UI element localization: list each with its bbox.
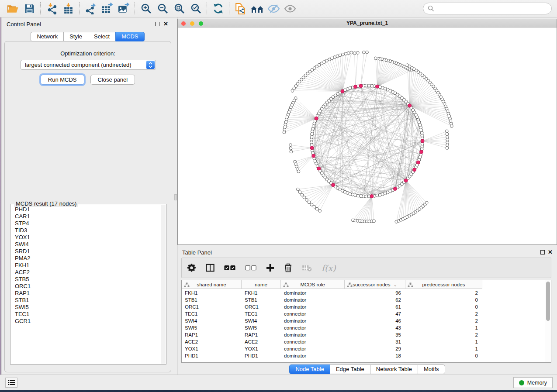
cell-MCDS-role[interactable]: dominator bbox=[281, 352, 345, 359]
table-row[interactable]: FKH1FKH1dominator962 bbox=[182, 289, 544, 296]
tab-edge-table[interactable]: Edge Table bbox=[330, 364, 370, 374]
network-canvas[interactable] bbox=[178, 28, 557, 244]
tab-select[interactable]: Select bbox=[88, 32, 115, 41]
cell-successor-nodes[interactable]: 18 bbox=[345, 352, 405, 359]
search-input[interactable] bbox=[437, 5, 547, 12]
ui-panels-menu-button[interactable] bbox=[5, 378, 17, 388]
zoom-selected-icon[interactable] bbox=[187, 2, 204, 16]
cell-MCDS-role[interactable]: dominator bbox=[281, 303, 345, 310]
cell-shared-name[interactable]: YOX1 bbox=[182, 345, 242, 352]
cell-shared-name[interactable]: ACE2 bbox=[182, 338, 242, 345]
panel-splitter[interactable] bbox=[174, 17, 177, 375]
mcds-result-item[interactable]: TEC1 bbox=[12, 311, 160, 318]
cell-name[interactable]: PHD1 bbox=[242, 352, 281, 359]
mcds-result-item[interactable]: CAR1 bbox=[12, 213, 160, 220]
cell-predecessor-nodes[interactable]: 2 bbox=[405, 310, 482, 317]
manage-columns-icon[interactable] bbox=[206, 264, 214, 272]
first-neighbors-icon[interactable] bbox=[249, 2, 265, 16]
tab-node-table[interactable]: Node Table bbox=[289, 364, 330, 374]
table-row[interactable]: STB1STB1dominator620 bbox=[182, 296, 544, 303]
duplicate-network-icon[interactable] bbox=[232, 2, 249, 16]
cell-name[interactable]: SWI4 bbox=[242, 317, 281, 324]
cell-predecessor-nodes[interactable]: 0 bbox=[405, 352, 482, 359]
delete-table-icon[interactable] bbox=[302, 265, 312, 272]
tab-style[interactable]: Style bbox=[63, 32, 88, 41]
mcds-result-item[interactable]: PMA2 bbox=[12, 255, 160, 262]
hide-selected-icon[interactable] bbox=[265, 2, 282, 16]
cell-shared-name[interactable]: ORC1 bbox=[182, 303, 242, 310]
cell-predecessor-nodes[interactable]: 0 bbox=[405, 296, 482, 303]
column-header-name[interactable]: name bbox=[242, 280, 281, 289]
mcds-result-item[interactable]: STP4 bbox=[12, 220, 160, 227]
zoom-out-icon[interactable] bbox=[154, 2, 171, 16]
cell-name[interactable]: STB1 bbox=[242, 296, 281, 303]
run-mcds-button[interactable]: Run MCDS bbox=[41, 75, 84, 85]
mcds-result-list[interactable]: PHD1CAR1STP4TID3YOX1SWI4SRD1PMA2FKH1ACE2… bbox=[12, 206, 160, 362]
zoom-fit-icon[interactable] bbox=[171, 2, 187, 16]
cell-MCDS-role[interactable]: dominator bbox=[281, 289, 345, 296]
network-window-titlebar[interactable]: YPA_prune.txt_1 bbox=[178, 19, 557, 28]
close-panel-button[interactable]: Close panel bbox=[90, 75, 135, 85]
table-row[interactable]: YOX1YOX1connector291 bbox=[182, 345, 544, 352]
open-session-icon[interactable] bbox=[4, 2, 21, 16]
add-column-icon[interactable] bbox=[266, 264, 274, 272]
table-row[interactable]: ACE2ACE2connector311 bbox=[182, 338, 544, 345]
cell-shared-name[interactable]: SWI4 bbox=[182, 317, 242, 324]
table-scrollbar[interactable] bbox=[545, 280, 551, 362]
cell-MCDS-role[interactable]: connector bbox=[281, 345, 345, 352]
cell-MCDS-role[interactable]: connector bbox=[281, 338, 345, 345]
cell-predecessor-nodes[interactable]: 0 bbox=[405, 303, 482, 310]
cell-name[interactable]: ACE2 bbox=[242, 338, 281, 345]
cell-shared-name[interactable]: RAP1 bbox=[182, 331, 242, 338]
float-panel-icon[interactable] bbox=[155, 22, 159, 26]
mcds-result-item[interactable]: STB1 bbox=[12, 297, 160, 304]
cell-successor-nodes[interactable]: 31 bbox=[345, 338, 405, 345]
network-graph[interactable] bbox=[178, 28, 557, 244]
cell-name[interactable]: ORC1 bbox=[242, 303, 281, 310]
cell-shared-name[interactable]: FKH1 bbox=[182, 289, 242, 296]
mcds-result-item[interactable]: GCR1 bbox=[12, 318, 160, 325]
delete-column-trash-icon[interactable] bbox=[284, 263, 292, 272]
cell-shared-name[interactable]: TEC1 bbox=[182, 310, 242, 317]
tab-mcds[interactable]: MCDS bbox=[115, 32, 144, 41]
tab-network[interactable]: Network bbox=[31, 32, 63, 41]
cell-name[interactable]: SWI5 bbox=[242, 324, 281, 331]
table-row[interactable]: SWI4SWI4dominator462 bbox=[182, 317, 544, 324]
mcds-result-item[interactable]: SRD1 bbox=[12, 248, 160, 255]
splitter-grip[interactable] bbox=[174, 194, 177, 200]
cell-MCDS-role[interactable]: dominator bbox=[281, 317, 345, 324]
mcds-result-item[interactable]: RAP1 bbox=[12, 290, 160, 297]
cell-name[interactable]: YOX1 bbox=[242, 345, 281, 352]
export-image-icon[interactable] bbox=[115, 2, 132, 16]
mcds-result-item[interactable]: YOX1 bbox=[12, 234, 160, 241]
close-panel-icon[interactable]: ✕ bbox=[163, 21, 168, 27]
mcds-result-item[interactable]: STB5 bbox=[12, 276, 160, 283]
cell-predecessor-nodes[interactable]: 1 bbox=[405, 345, 482, 352]
mcds-result-item[interactable]: ACE2 bbox=[12, 269, 160, 276]
cell-successor-nodes[interactable]: 96 bbox=[345, 289, 405, 296]
table-row[interactable]: SWI5SWI5connector431 bbox=[182, 324, 544, 331]
column-header-successor-nodes[interactable]: successor nodes⌄ bbox=[345, 280, 405, 289]
mcds-result-item[interactable]: PHD1 bbox=[12, 206, 160, 213]
cell-predecessor-nodes[interactable]: 1 bbox=[405, 338, 482, 345]
cell-successor-nodes[interactable]: 43 bbox=[345, 324, 405, 331]
close-panel-icon[interactable]: ✕ bbox=[548, 249, 553, 255]
column-header-predecessor-nodes[interactable]: predecessor nodes bbox=[405, 280, 482, 289]
save-session-icon[interactable] bbox=[21, 2, 38, 16]
tab-motifs[interactable]: Motifs bbox=[418, 364, 445, 374]
import-network-icon[interactable] bbox=[43, 2, 60, 16]
cell-successor-nodes[interactable]: 61 bbox=[345, 303, 405, 310]
mcds-result-item[interactable]: FKH1 bbox=[12, 262, 160, 269]
cell-MCDS-role[interactable]: dominator bbox=[281, 331, 345, 338]
table-row[interactable]: RAP1RAP1dominator352 bbox=[182, 331, 544, 338]
cell-predecessor-nodes[interactable]: 2 bbox=[405, 317, 482, 324]
cell-predecessor-nodes[interactable]: 2 bbox=[405, 289, 482, 296]
float-panel-icon[interactable] bbox=[540, 250, 545, 254]
column-header-MCDS-role[interactable]: MCDS role bbox=[281, 280, 345, 289]
zoom-in-icon[interactable] bbox=[138, 2, 154, 16]
cell-predecessor-nodes[interactable]: 1 bbox=[405, 324, 482, 331]
cell-name[interactable]: FKH1 bbox=[242, 289, 281, 296]
show-all-icon[interactable] bbox=[282, 2, 298, 16]
cell-shared-name[interactable]: SWI5 bbox=[182, 324, 242, 331]
export-table-icon[interactable] bbox=[99, 2, 115, 16]
